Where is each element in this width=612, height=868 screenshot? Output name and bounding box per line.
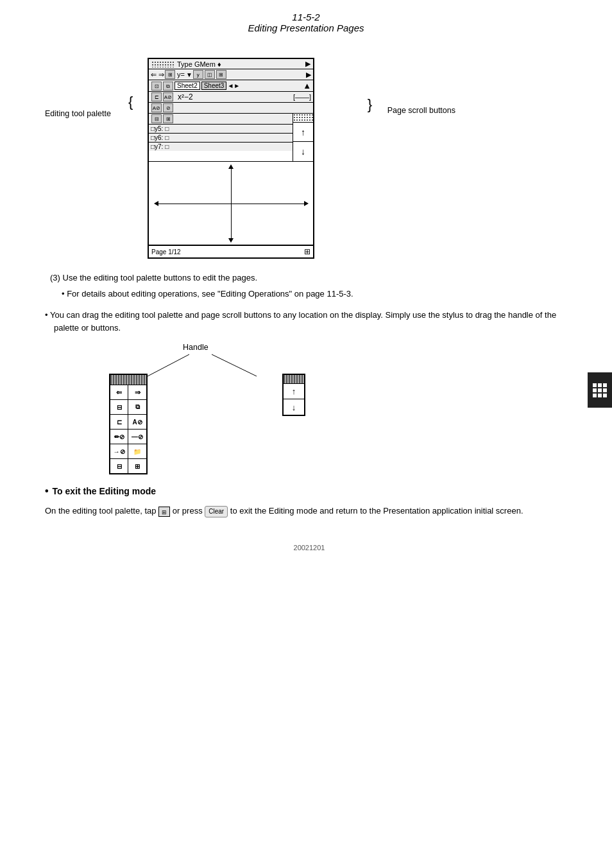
tool2-icon[interactable]: ⧉ [163, 82, 173, 91]
pencil-cell[interactable]: ✏⊘ [110, 430, 128, 444]
exit-text: On the editing tool palette, tap ⊞ or pr… [45, 505, 574, 518]
left-arrow [154, 201, 158, 206]
sheet3-tab[interactable]: Sheet3 [201, 82, 227, 90]
y-equals: y= [177, 71, 185, 78]
right-tab-icon [593, 383, 607, 397]
page-indicator: Page 1/12 [151, 248, 181, 256]
copy-cell[interactable]: ⧉ [128, 400, 146, 414]
calc-status-bar: Page 1/12 ⊞ [149, 245, 313, 257]
brace-right: } [368, 96, 372, 113]
page-scroll-panel: ↑ ↓ [293, 114, 313, 161]
scroll-down-button[interactable]: ↓ [293, 142, 313, 161]
down-arrow [228, 238, 234, 243]
tool1-icon[interactable]: ⊡ [151, 82, 162, 91]
arrow-cell[interactable]: →⊘ [110, 444, 128, 458]
dot3 [603, 383, 607, 387]
right-side-tab[interactable] [588, 372, 612, 408]
dot9 [603, 394, 607, 397]
dot1 [593, 383, 597, 387]
scroll-left-tab[interactable]: ◄ [227, 82, 234, 89]
table-icon[interactable]: ⊞ [165, 70, 175, 79]
footer: 20021201 [45, 544, 574, 551]
formula-display: x²−2 [178, 92, 193, 101]
exit-icon[interactable]: ⊞ [163, 114, 173, 123]
calc-tools-row2: A⊘ ⊘ [149, 103, 313, 114]
small-scroll-up[interactable]: ↑ [284, 384, 304, 399]
pencil-icon[interactable]: A⊘ [151, 103, 162, 112]
fwd-icon[interactable]: ⇒ [158, 71, 164, 79]
palette-row2: ⊟ ⧉ [110, 400, 146, 415]
dot4 [593, 388, 597, 392]
diagram-section: Editing tool palette { Type GMem ♦ ▶ ⇐ ⇒… [45, 58, 574, 259]
brace-left: { [128, 94, 133, 110]
editing-tool-label: Editing tool palette [45, 109, 111, 118]
palette-row3: ⊏ A⊘ [110, 415, 146, 430]
diagram-wrapper: Type GMem ♦ ▶ ⇐ ⇒ ⊞ y= ▼ y ◫ ⊞ ▶ ⊡ [148, 58, 314, 259]
fwd-cell[interactable]: ⇒ [128, 385, 146, 399]
dot7 [593, 394, 597, 397]
play2-icon[interactable]: ▶ [306, 71, 311, 79]
small-scroll-down[interactable]: ↓ [284, 399, 304, 415]
right-arrow [304, 201, 309, 206]
row6d: □y7: □ [149, 142, 293, 151]
sheet2-tab[interactable]: Sheet2 [174, 82, 200, 90]
calc-toolbar-top: Type GMem ♦ ▶ [149, 59, 313, 69]
exit-cell[interactable]: ⊞ [128, 459, 146, 473]
grid-icon[interactable]: ⊞ [216, 70, 226, 79]
eraser-icon[interactable]: ⊘ [163, 103, 173, 112]
exit-heading: To exit the Editing mode [45, 485, 574, 497]
page-scroll-label: Page scroll buttons [387, 106, 455, 115]
calc-graph-area [149, 162, 313, 245]
row6c: □y6: □ [149, 134, 293, 142]
save-cell[interactable]: ⊟ [110, 459, 128, 473]
erase-cell[interactable]: —⊘ [128, 430, 146, 444]
text-instructions: (3) Use the editing tool palette buttons… [45, 272, 574, 301]
exit-text-after: to exit the Editing mode and return to t… [228, 506, 523, 516]
footer-date: 20021201 [294, 544, 325, 551]
stat-icon[interactable]: ◫ [205, 70, 215, 79]
clear-button[interactable]: Clear [205, 506, 228, 517]
dot-handle-top [151, 61, 174, 67]
palette-handle [110, 375, 146, 385]
checkbox2[interactable]: □y6: □ [151, 134, 169, 141]
small-scroll-widget: ↑ ↓ [244, 374, 305, 416]
play-icon[interactable]: ▶ [305, 60, 310, 68]
dot2 [598, 383, 602, 387]
v-axis [231, 165, 232, 241]
palette-row6: ⊟ ⊞ [110, 459, 146, 473]
calc-screen: Type GMem ♦ ▶ ⇐ ⇒ ⊞ y= ▼ y ◫ ⊞ ▶ ⊡ [148, 58, 314, 259]
back-icon[interactable]: ⇐ [151, 71, 157, 79]
textA-cell[interactable]: A⊘ [128, 415, 146, 429]
row6a: ⊟ ⊞ [149, 114, 293, 125]
axes [149, 162, 313, 245]
scroll-right-tab[interactable]: ► [234, 82, 240, 89]
small-scroll-handle [284, 375, 304, 384]
copy-icon[interactable]: ⊏ [151, 92, 162, 101]
calc-row6: ⊟ ⊞ □y5: □ □y6: □ □y7: □ [149, 114, 313, 162]
checkbox3[interactable]: □y7: □ [151, 143, 169, 150]
sub-bullet-text: • For details about editing operations, … [45, 288, 574, 301]
svg-line-1 [212, 354, 257, 376]
save-icon[interactable]: ⊟ [151, 114, 162, 123]
dropdown-icon[interactable]: ▼ [186, 71, 192, 78]
small-scroll-inner: ↑ ↓ [282, 374, 305, 416]
dot6 [603, 388, 607, 392]
scroll-panel-handle [293, 114, 313, 123]
exit-text-before: On the editing tool palette, tap [45, 506, 158, 516]
textA-icon[interactable]: A⊘ [163, 92, 173, 101]
page-header: 11-5-2 Editing Presentation Pages [0, 0, 612, 39]
dot5 [598, 388, 602, 392]
type-gmem-label: Type GMem ♦ [177, 60, 221, 68]
graph-icon[interactable]: y [193, 70, 203, 79]
exit-text-middle: or press [170, 506, 205, 516]
handle-label: Handle [183, 343, 208, 352]
scroll-up-btn2[interactable]: ▲ [303, 81, 311, 91]
paste-cell[interactable]: ⊏ [110, 415, 128, 429]
calc-sheet-row: ⊡ ⧉ Sheet2 Sheet3 ◄ ► ▲ [149, 80, 313, 92]
tool-col: ⊟ ⊞ □y5: □ □y6: □ □y7: □ [149, 114, 293, 161]
folder-cell[interactable]: 📁 [128, 444, 146, 458]
checkbox1[interactable]: □y5: □ [151, 125, 169, 132]
back-cell[interactable]: ⇐ [110, 385, 128, 399]
scroll-up-button[interactable]: ↑ [293, 123, 313, 142]
table-cell[interactable]: ⊟ [110, 400, 128, 414]
